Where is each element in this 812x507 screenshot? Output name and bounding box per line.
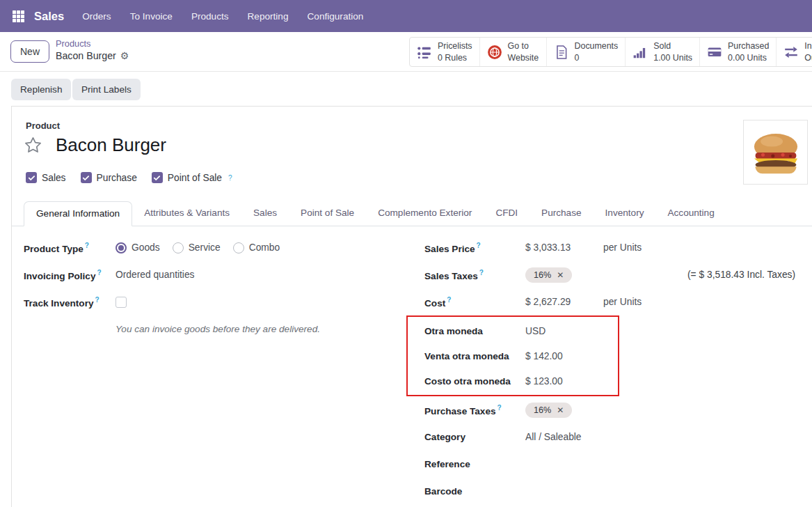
sales-price-field: Sales Price? $ 3,033.13 per Units: [413, 234, 812, 261]
costo-otra-moneda-input[interactable]: $ 123.00: [525, 376, 563, 387]
invoicing-policy-note: You can invoice goods before they are de…: [116, 324, 320, 334]
globe-icon: [487, 45, 502, 60]
barcode-field: Barcode: [413, 478, 812, 505]
sales-price-input[interactable]: $ 3,033.13: [525, 242, 603, 253]
apps-menu-icon[interactable]: [13, 10, 24, 22]
pricelists-smart-button[interactable]: Pricelists 0 Rules: [410, 38, 480, 66]
category-field: Category All / Saleable: [413, 423, 812, 451]
product-type-radio-group: Goods Service Combo: [116, 242, 280, 254]
field-label: Cost?: [424, 296, 525, 309]
tab-complemento-exterior[interactable]: Complemento Exterior: [366, 201, 484, 226]
general-information-panel: Product Type? Goods Service: [12, 226, 812, 505]
checked-checkbox-icon: [81, 172, 92, 183]
tab-sales[interactable]: Sales: [241, 201, 289, 226]
nav-item-reporting[interactable]: Reporting: [248, 11, 289, 22]
field-label: Otra moneda: [424, 326, 525, 336]
sales-taxes-field: Sales Taxes? 16% ✕ (= $ 3,518.43 Incl. T…: [413, 261, 812, 288]
credit-card-icon: [707, 45, 722, 60]
point-of-sale-checkbox[interactable]: Point of Sale ?: [152, 172, 232, 183]
tax-tag-label: 16%: [534, 405, 551, 415]
breadcrumb-current-record: Bacon Burger: [56, 49, 116, 63]
cost-uom: per Units: [603, 297, 642, 307]
tab-general-information[interactable]: General Information: [24, 201, 132, 226]
sales-tax-tags[interactable]: 16% ✕: [525, 267, 687, 283]
tab-cfdi[interactable]: CFDI: [484, 201, 530, 226]
remove-tag-icon[interactable]: ✕: [557, 270, 564, 280]
flag-label: Sales: [42, 173, 66, 183]
otra-moneda-select[interactable]: USD: [525, 326, 546, 336]
tab-attributes-variants[interactable]: Attributes & Variants: [132, 201, 241, 226]
checked-checkbox-icon: [152, 172, 163, 183]
track-inventory-field: Track Inventory?: [24, 288, 413, 315]
reference-field: Reference: [413, 451, 812, 478]
radio-unselected-icon: [233, 242, 244, 254]
replenish-button[interactable]: Replenish: [11, 79, 71, 100]
status-bar: Replenish Print Labels: [0, 72, 812, 106]
field-label: Reference: [424, 459, 525, 469]
invoicing-policy-select[interactable]: Ordered quantities: [116, 270, 195, 280]
smart-button-label: In: 0: [804, 41, 812, 51]
app-name-sales[interactable]: Sales: [34, 10, 64, 23]
tab-accounting[interactable]: Accounting: [655, 201, 726, 226]
invoicing-note-row: You can invoice goods before they are de…: [24, 315, 413, 343]
product-name-input[interactable]: Bacon Burger: [56, 134, 166, 156]
field-label: Category: [424, 432, 525, 442]
new-button[interactable]: New: [10, 40, 49, 63]
help-marker: ?: [97, 269, 102, 276]
form-left-column: Product Type? Goods Service: [12, 226, 413, 505]
checked-checkbox-icon: [26, 172, 37, 183]
radio-label: Service: [189, 242, 221, 253]
document-icon: [554, 45, 569, 60]
form-right-column: Sales Price? $ 3,033.13 per Units Sales …: [413, 226, 812, 505]
nav-item-orders[interactable]: Orders: [82, 11, 111, 22]
sales-checkbox[interactable]: Sales: [26, 172, 66, 183]
venta-otra-moneda-field: Venta otra moneda $ 142.00: [424, 343, 618, 368]
field-label: Costo otra moneda: [424, 376, 525, 387]
nav-item-products[interactable]: Products: [191, 11, 229, 22]
purchase-taxes-field: Purchase Taxes? 16% ✕: [413, 396, 812, 423]
field-label: Product Type?: [24, 242, 116, 254]
flag-label: Purchase: [97, 173, 137, 183]
radio-goods[interactable]: Goods: [116, 242, 160, 254]
purchase-checkbox[interactable]: Purchase: [81, 172, 137, 183]
documents-smart-button[interactable]: Documents 0: [547, 38, 626, 66]
favorite-star-icon[interactable]: [24, 136, 42, 157]
sales-price-uom: per Units: [603, 242, 642, 253]
radio-label: Goods: [132, 242, 160, 253]
tax-tag-label: 16%: [534, 270, 551, 280]
breadcrumb-parent-products[interactable]: Products: [56, 38, 129, 49]
smart-button-value: Out: 0: [804, 53, 812, 63]
tab-purchase[interactable]: Purchase: [530, 201, 593, 226]
print-labels-button[interactable]: Print Labels: [72, 79, 141, 100]
category-select[interactable]: All / Saleable: [525, 432, 582, 442]
field-label: Sales Price?: [424, 242, 525, 254]
smart-button-box: Pricelists 0 Rules Go to Website: [409, 37, 812, 67]
radio-label: Combo: [249, 242, 280, 253]
field-label: Barcode: [424, 486, 525, 497]
invoicing-policy-field: Invoicing Policy? Ordered quantities: [24, 261, 413, 288]
go-to-website-smart-button[interactable]: Go to Website: [480, 38, 547, 66]
radio-combo[interactable]: Combo: [233, 242, 280, 254]
purchase-tax-tag[interactable]: 16% ✕: [525, 403, 572, 418]
smart-button-label: Go to: [508, 41, 529, 51]
cost-input[interactable]: $ 2,627.29: [525, 297, 603, 307]
venta-otra-moneda-input[interactable]: $ 142.00: [525, 351, 563, 361]
nav-item-configuration[interactable]: Configuration: [308, 11, 364, 22]
tab-point-of-sale[interactable]: Point of Sale: [289, 201, 366, 226]
remove-tag-icon[interactable]: ✕: [557, 405, 564, 415]
tab-inventory[interactable]: Inventory: [594, 201, 656, 226]
pricelist-list-icon: [417, 45, 432, 60]
nav-item-to-invoice[interactable]: To Invoice: [130, 11, 173, 22]
product-photo[interactable]: [743, 120, 808, 185]
radio-service[interactable]: Service: [173, 242, 221, 254]
sold-smart-button[interactable]: Sold 1.00 Units: [626, 38, 700, 66]
tax-tag: 16% ✕: [525, 267, 572, 283]
in-out-smart-button[interactable]: In: 0 Out: 0: [777, 38, 812, 66]
help-marker: ?: [477, 242, 481, 249]
purchased-smart-button[interactable]: Purchased 0.00 Units: [700, 38, 777, 66]
gear-icon[interactable]: ⚙: [120, 49, 129, 63]
costo-otra-moneda-field: Costo otra moneda $ 123.00: [424, 368, 618, 393]
track-inventory-checkbox[interactable]: [116, 297, 127, 308]
field-label: Purchase Taxes?: [424, 404, 525, 416]
burger-image: [747, 123, 805, 182]
